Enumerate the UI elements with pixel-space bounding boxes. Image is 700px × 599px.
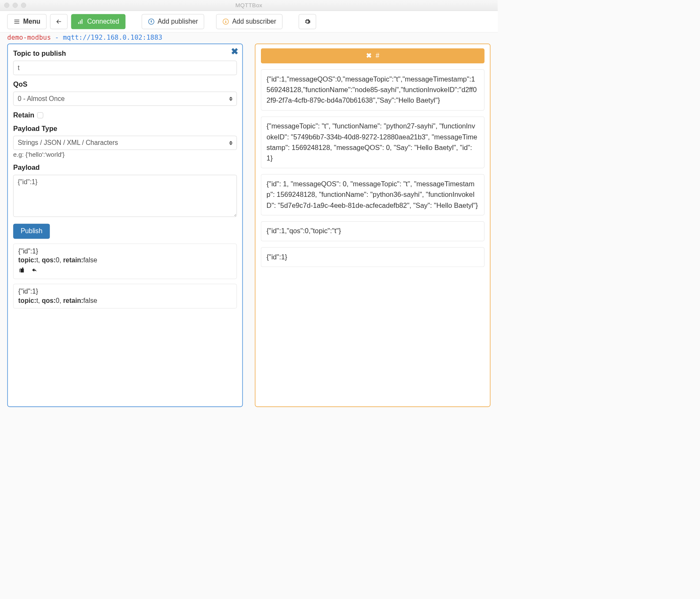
window-controls <box>0 3 26 8</box>
menu-button-label: Menu <box>23 18 41 25</box>
publish-history-item: {"id":1} topic:t, qos:0, retain:false <box>13 244 237 279</box>
window-title: MQTTBox <box>0 2 498 9</box>
hamburger-icon <box>14 18 20 25</box>
connected-label: Connected <box>87 18 119 25</box>
window-close-button[interactable] <box>4 3 9 8</box>
retain-checkbox[interactable] <box>37 112 43 118</box>
payload-input[interactable]: {"id":1} <box>13 175 237 217</box>
history-payload: {"id":1} <box>18 248 232 255</box>
history-meta: topic:t, qos:0, retain:false <box>18 256 232 264</box>
titlebar: MQTTBox <box>0 0 498 11</box>
subscriber-panel: ✖ # {"id":1,"messageQOS":0,"messageTopic… <box>255 44 491 407</box>
connection-name: demo-modbus <box>7 34 51 41</box>
add-subscriber-button[interactable]: Add subscriber <box>216 14 282 29</box>
message-item: {"id": 1, "messageQOS": 0, "messageTopic… <box>261 174 485 215</box>
history-meta: topic:t, qos:0, retain:false <box>18 297 232 304</box>
subscriber-header: ✖ # <box>261 48 485 63</box>
payload-label: Payload <box>13 163 237 172</box>
connected-button[interactable]: Connected <box>71 14 125 29</box>
connection-url: mqtt://192.168.0.102:1883 <box>63 34 162 41</box>
signal-icon <box>78 18 84 25</box>
payload-type-hint: e.g: {'hello':'world'} <box>13 151 237 158</box>
topic-label: Topic to publish <box>13 49 237 57</box>
subscriber-topic: # <box>376 52 380 60</box>
menu-button[interactable]: Menu <box>7 14 46 29</box>
arrow-left-icon <box>56 18 62 25</box>
upload-circle-icon <box>148 18 155 25</box>
topic-input[interactable] <box>13 61 237 75</box>
qos-select[interactable]: 0 - Almost Once <box>13 92 237 106</box>
add-publisher-button[interactable]: Add publisher <box>142 14 204 29</box>
payload-type-label: Payload Type <box>13 125 237 133</box>
message-item: {"messageTopic": "t", "functionName": "p… <box>261 117 485 169</box>
publish-history-item: {"id":1} topic:t, qos:0, retain:false <box>13 284 237 308</box>
message-item: {"id":1,"messageQOS":0,"messageTopic":"t… <box>261 69 485 110</box>
window-minimize-button[interactable] <box>13 3 18 8</box>
close-icon[interactable]: ✖ <box>366 52 372 60</box>
gear-icon <box>304 18 311 25</box>
qos-label: QoS <box>13 81 237 89</box>
retain-label: Retain <box>13 111 237 119</box>
publish-button[interactable]: Publish <box>13 224 50 239</box>
download-circle-icon <box>222 18 229 25</box>
republish-icon[interactable] <box>31 267 38 275</box>
publisher-panel: ✖ Topic to publish QoS 0 - Almost Once <box>7 44 243 407</box>
payload-type-select[interactable]: Strings / JSON / XML / Characters <box>13 136 237 150</box>
back-button[interactable] <box>50 14 68 29</box>
add-publisher-label: Add publisher <box>157 18 198 25</box>
settings-button[interactable] <box>299 14 316 29</box>
add-subscriber-label: Add subscriber <box>232 18 276 25</box>
message-item: {"id":1} <box>261 247 485 267</box>
connection-sep: - <box>55 34 63 41</box>
close-icon[interactable]: ✖ <box>231 46 239 57</box>
copy-to-form-icon[interactable] <box>18 267 25 275</box>
window-zoom-button[interactable] <box>21 3 26 8</box>
message-item: {"id":1,"qos":0,"topic":"t"} <box>261 221 485 241</box>
connection-info: demo-modbus - mqtt://192.168.0.102:1883 <box>0 33 498 42</box>
toolbar: Menu Connected Add publisher Add s <box>0 11 498 33</box>
history-payload: {"id":1} <box>18 288 232 295</box>
